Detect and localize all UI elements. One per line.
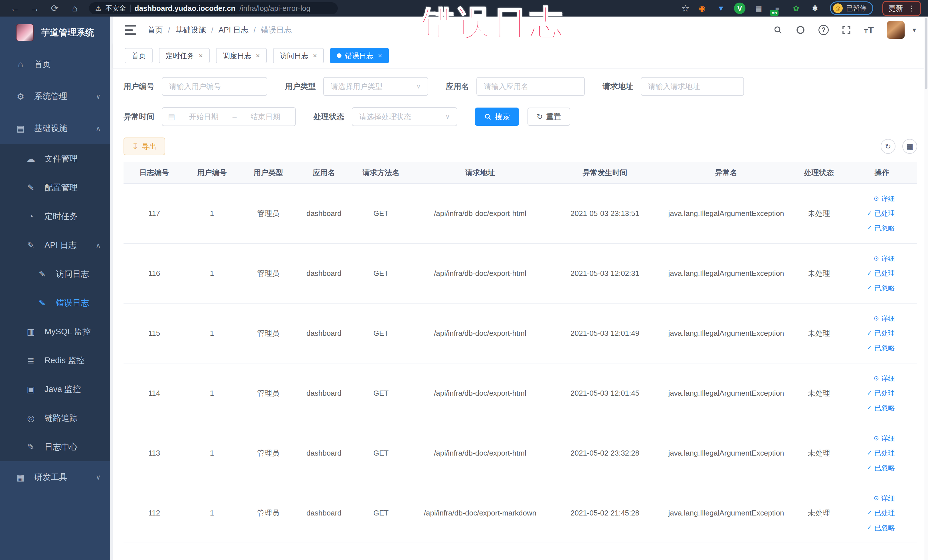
- cell-app-name: dashboard: [298, 388, 350, 398]
- close-icon[interactable]: ×: [199, 52, 203, 60]
- mark-ignored-link[interactable]: ✓ 已忽略: [867, 523, 895, 533]
- fullscreen-icon[interactable]: [842, 25, 851, 35]
- detail-link[interactable]: ⊙ 详细: [874, 433, 895, 443]
- sidebar-item[interactable]: ▣ Java 监控: [0, 375, 113, 404]
- error-log-table: 日志编号 用户编号 用户类型 应用名 请求方法名 请求地址 异常发生时间: [124, 162, 917, 543]
- page-tab[interactable]: 访问日志 ×: [273, 48, 324, 63]
- page-tab[interactable]: 调度日志 ×: [216, 48, 267, 63]
- java-monitor-icon: ▣: [24, 384, 37, 394]
- tab-label: 访问日志: [280, 51, 308, 61]
- breadcrumb-api-log[interactable]: API 日志: [218, 25, 249, 35]
- download-icon: ↧: [132, 142, 138, 151]
- sidebar-item[interactable]: ☁ 文件管理: [0, 144, 113, 173]
- page-tab[interactable]: 首页 ×: [125, 48, 153, 63]
- ext-puzzle-icon[interactable]: ✱: [809, 3, 821, 14]
- detail-link[interactable]: ⊙ 详细: [874, 194, 895, 204]
- breadcrumb-infra[interactable]: 基础设施: [176, 25, 206, 35]
- mark-processed-link[interactable]: ✓ 已处理: [867, 209, 895, 218]
- browser-home-icon[interactable]: ⌂: [67, 3, 83, 14]
- hamburger-icon[interactable]: [125, 25, 136, 35]
- sidebar-item[interactable]: ✎ 配置管理: [0, 173, 113, 202]
- mark-processed-link[interactable]: ✓ 已处理: [867, 508, 895, 518]
- close-icon[interactable]: ×: [378, 52, 382, 60]
- sidebar-item[interactable]: ▤ 基础设施 ∧: [0, 112, 113, 144]
- ext-grid-icon[interactable]: ▦: [753, 3, 764, 14]
- browser-menu-icon[interactable]: ⋮: [908, 4, 915, 13]
- ext-v-green-icon[interactable]: V: [734, 3, 745, 14]
- mark-ignored-link[interactable]: ✓ 已忽略: [867, 403, 895, 413]
- cell-exception-name: java.lang.IllegalArgumentException: [661, 328, 791, 338]
- trace-icon: ◎: [24, 413, 37, 423]
- sidebar-item[interactable]: ≣ Redis 监控: [0, 346, 113, 375]
- user-id-input[interactable]: [162, 77, 267, 96]
- user-id-label: 用户编号: [124, 81, 154, 92]
- help-icon[interactable]: ?: [818, 25, 829, 35]
- forward-icon[interactable]: →: [27, 3, 43, 14]
- exception-time-range-picker[interactable]: ▤ 开始日期 – 结束日期: [162, 107, 296, 126]
- sidebar-item[interactable]: ▥ MySQL 监控: [0, 317, 113, 346]
- detail-link[interactable]: ⊙ 详细: [874, 374, 895, 383]
- page-tab[interactable]: 错误日志 ×: [330, 48, 389, 63]
- detail-link[interactable]: ⊙ 详细: [874, 314, 895, 323]
- sidebar-item[interactable]: ✎ 日志中心: [0, 432, 113, 461]
- app-name-input[interactable]: [476, 77, 585, 96]
- ext-switch-icon[interactable]: ≡ on: [772, 3, 783, 14]
- cell-status: 未处理: [791, 328, 847, 338]
- mark-processed-link[interactable]: ✓ 已处理: [867, 388, 895, 398]
- reset-button[interactable]: ↻ 重置: [528, 108, 570, 126]
- cell-request-url: /api/infra/db-doc/export-html: [412, 268, 549, 278]
- columns-toggle-button[interactable]: ▦: [902, 139, 917, 154]
- sidebar-item[interactable]: ◎ 链路追踪: [0, 404, 113, 432]
- sidebar-item[interactable]: ✎ 访问日志: [0, 259, 113, 288]
- request-url-input[interactable]: [641, 77, 744, 96]
- app-logo[interactable]: 芋道管理系统: [0, 17, 113, 49]
- table-header-cell: 操作: [847, 168, 917, 178]
- ext-plant-icon[interactable]: ✿: [791, 3, 802, 14]
- process-status-select[interactable]: 请选择处理状态 ∨: [352, 107, 457, 126]
- address-bar[interactable]: ⚠ 不安全 dashboard.yudao.iocoder.cn/infra/l…: [89, 2, 338, 14]
- sidebar-item[interactable]: ✎ API 日志 ∧: [0, 231, 113, 259]
- user-type-select[interactable]: 请选择用户类型 ∨: [323, 77, 428, 96]
- tab-label: 首页: [131, 51, 146, 61]
- cell-log-id: 114: [124, 388, 185, 398]
- mark-ignored-link[interactable]: ✓ 已忽略: [867, 343, 895, 353]
- search-button[interactable]: 搜索: [475, 108, 519, 126]
- mark-ignored-link[interactable]: ✓ 已忽略: [867, 223, 895, 233]
- bookmark-star-icon[interactable]: ☆: [681, 3, 690, 14]
- mark-processed-link[interactable]: ✓ 已处理: [867, 269, 895, 278]
- ext-orange-icon[interactable]: ◉: [696, 3, 708, 14]
- export-button[interactable]: ↧ 导出: [124, 137, 165, 155]
- font-size-icon[interactable]: TT: [864, 24, 874, 36]
- update-button[interactable]: 更新 ⋮: [882, 1, 921, 16]
- sidebar-item[interactable]: ✎ 错误日志: [0, 288, 113, 317]
- ext-shield-icon[interactable]: ▼: [715, 3, 727, 14]
- reload-icon[interactable]: ⟳: [47, 3, 63, 14]
- detail-link[interactable]: ⊙ 详细: [874, 254, 895, 264]
- mark-processed-link[interactable]: ✓ 已处理: [867, 448, 895, 458]
- sidebar-item[interactable]: ⌂ 首页: [0, 49, 113, 81]
- mark-ignored-link[interactable]: ✓ 已忽略: [867, 463, 895, 473]
- table-row: 113 1 管理员 dashboard GET /api/infra/db-do…: [124, 423, 917, 483]
- window-scrollbar[interactable]: [924, 17, 928, 560]
- mark-processed-link[interactable]: ✓ 已处理: [867, 328, 895, 338]
- back-icon[interactable]: ←: [7, 3, 23, 14]
- close-icon[interactable]: ×: [313, 52, 317, 60]
- user-menu-caret-icon[interactable]: ▾: [913, 26, 916, 34]
- detail-link[interactable]: ⊙ 详细: [874, 493, 895, 503]
- search-icon[interactable]: [773, 25, 783, 35]
- sidebar-item[interactable]: ◔ 定时任务: [0, 202, 113, 231]
- sidebar-item[interactable]: ▦ 研发工具 ∨: [0, 461, 113, 493]
- github-icon[interactable]: [796, 25, 805, 35]
- home-icon: ⌂: [14, 60, 27, 69]
- page-tab[interactable]: 定时任务 ×: [159, 48, 210, 63]
- mark-ignored-link[interactable]: ✓ 已忽略: [867, 283, 895, 293]
- cell-user-type: 管理员: [239, 328, 298, 338]
- user-avatar[interactable]: [887, 21, 905, 39]
- scrollbar-thumb[interactable]: [925, 18, 927, 89]
- check-icon: ✓: [867, 284, 872, 292]
- sidebar-item[interactable]: ⚙ 系统管理 ∨: [0, 81, 113, 112]
- breadcrumb-home[interactable]: 首页: [148, 25, 163, 35]
- close-icon[interactable]: ×: [256, 52, 260, 60]
- profile-paused-badge[interactable]: ☺ 已暂停: [830, 2, 873, 15]
- refresh-button[interactable]: ↻: [881, 139, 896, 154]
